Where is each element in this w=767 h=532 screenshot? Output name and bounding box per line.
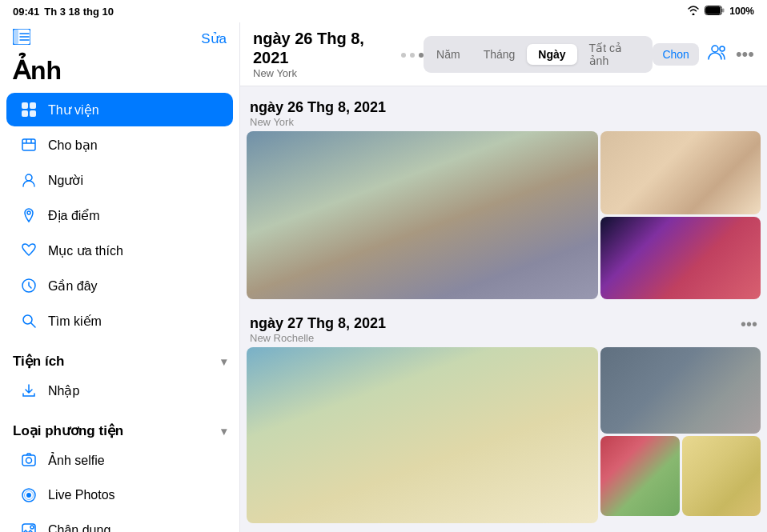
sidebar-title: Ảnh: [0, 52, 239, 92]
dot-2: [410, 53, 415, 58]
svg-line-21: [31, 323, 35, 327]
for-you-icon: [19, 135, 38, 154]
svg-rect-22: [22, 455, 35, 466]
battery-percent: 100%: [729, 6, 754, 17]
section-aug26-header: ngày 26 Thg 8, 2021 New York: [247, 93, 761, 131]
photo-woman-green[interactable]: [247, 347, 598, 523]
sidebar-toggle-icon[interactable]: [13, 29, 30, 49]
tab-day[interactable]: Ngày: [527, 44, 576, 65]
photo-couple[interactable]: [247, 131, 598, 299]
tab-all[interactable]: Tất cả ảnh: [578, 38, 652, 71]
search-icon: [19, 311, 38, 330]
portrait-label: Chân dung: [48, 523, 110, 532]
recent-label: Gần đây: [48, 278, 98, 294]
photo-woman-red[interactable]: [600, 217, 761, 300]
header-location: New York: [253, 67, 401, 79]
svg-point-18: [27, 211, 30, 214]
header-tabs: Năm Tháng Ngày Tất cả ảnh: [424, 36, 653, 73]
selfie-icon: [19, 450, 38, 470]
svg-rect-12: [30, 110, 36, 117]
nav-live-photos[interactable]: Live Photos: [6, 478, 233, 512]
sidebar-header: Sửa: [0, 22, 239, 52]
nav-import[interactable]: Nhập: [6, 374, 233, 407]
utilities-section-header[interactable]: Tiện ích ▾: [0, 342, 239, 373]
sidebar: Sửa Ảnh Thư viện: [0, 22, 240, 532]
search-label: Tìm kiếm: [48, 314, 102, 329]
photo-side-1: [600, 131, 761, 299]
svg-rect-10: [30, 102, 36, 109]
nav-places[interactable]: Địa điểm: [6, 198, 233, 232]
library-icon: [19, 100, 38, 119]
svg-point-20: [23, 315, 32, 324]
edit-button[interactable]: Sửa: [201, 30, 227, 47]
photo-roses[interactable]: [600, 436, 679, 516]
nav-recent[interactable]: Gần đây: [6, 269, 233, 302]
people-header-icon[interactable]: [707, 42, 728, 66]
photo-grid: ngày 26 Thg 8, 2021 New York: [240, 86, 767, 532]
dot-1: [401, 53, 406, 58]
status-bar: 09:41 Th 3 18 thg 10 100%: [0, 0, 767, 22]
section-aug27-more[interactable]: •••: [741, 315, 757, 334]
section-aug27: ngày 27 Thg 8, 2021 New Rochelle •••: [247, 309, 761, 523]
photo-hand[interactable]: [600, 131, 761, 214]
favorites-label: Mục ưa thích: [48, 243, 123, 258]
media-types-chevron: ▾: [221, 425, 227, 438]
section-aug27-location: New Rochelle: [250, 332, 386, 344]
for-you-label: Cho bạn: [48, 138, 98, 153]
photo-side-2: [600, 347, 761, 523]
photo-bird[interactable]: [682, 436, 761, 516]
section-aug27-header: ngày 27 Thg 8, 2021 New Rochelle •••: [247, 309, 761, 347]
media-types-label: Loại phương tiện: [13, 422, 123, 439]
nav-selfies[interactable]: Ảnh selfie: [6, 443, 233, 477]
svg-point-17: [26, 174, 32, 181]
nav-portrait[interactable]: Chân dung: [6, 514, 233, 532]
live-photos-label: Live Photos: [48, 488, 115, 502]
people-icon: [19, 170, 38, 190]
battery-icon: [705, 6, 725, 17]
people-label: Người: [48, 173, 83, 188]
places-icon: [19, 206, 38, 225]
photo-group[interactable]: [600, 347, 761, 434]
header-right: Chon •••: [653, 42, 754, 66]
tab-year[interactable]: Năm: [425, 44, 472, 65]
import-label: Nhập: [48, 383, 79, 398]
tab-month[interactable]: Tháng: [472, 44, 527, 65]
svg-point-25: [26, 493, 31, 498]
utilities-label: Tiện ích: [13, 353, 64, 370]
section-aug27-info: ngày 27 Thg 8, 2021 New Rochelle: [250, 315, 386, 344]
nav-favorites[interactable]: Mục ưa thích: [6, 234, 233, 267]
svg-rect-3: [706, 7, 721, 14]
library-label: Thư viện: [48, 102, 99, 118]
nav-for-you[interactable]: Cho bạn: [6, 128, 233, 162]
nav-search[interactable]: Tìm kiếm: [6, 304, 233, 338]
favorites-icon: [19, 241, 38, 260]
utilities-chevron: ▾: [221, 355, 227, 368]
nav-people[interactable]: Người: [6, 163, 233, 197]
dot-indicators: [401, 50, 424, 59]
photo-row-1: [247, 131, 761, 299]
status-bar-right: 100%: [687, 6, 754, 18]
svg-point-28: [30, 526, 34, 529]
more-header-button[interactable]: •••: [736, 44, 754, 65]
selfies-label: Ảnh selfie: [48, 453, 105, 468]
select-button[interactable]: Chon: [653, 43, 698, 66]
places-label: Địa điểm: [48, 208, 100, 223]
nav-library[interactable]: Thư viện: [6, 93, 233, 126]
status-bar-left: 09:41 Th 3 18 thg 10: [13, 6, 114, 18]
status-time: 09:41: [13, 6, 39, 18]
section-aug26-date: ngày 26 Thg 8, 2021: [250, 99, 386, 116]
svg-point-34: [712, 46, 718, 52]
svg-rect-11: [22, 110, 28, 117]
status-date: Th 3 18 thg 10: [44, 6, 114, 18]
section-aug27-date: ngày 27 Thg 8, 2021: [250, 315, 386, 332]
svg-point-35: [720, 46, 725, 51]
recent-icon: [19, 276, 38, 295]
svg-point-23: [26, 458, 32, 463]
wifi-icon: [687, 6, 700, 18]
media-types-section-header[interactable]: Loại phương tiện ▾: [0, 411, 239, 442]
svg-rect-9: [22, 102, 28, 109]
svg-rect-1: [722, 9, 725, 13]
svg-rect-4: [13, 29, 18, 45]
section-aug26: ngày 26 Thg 8, 2021 New York: [247, 93, 761, 299]
live-photos-icon: [19, 486, 38, 505]
